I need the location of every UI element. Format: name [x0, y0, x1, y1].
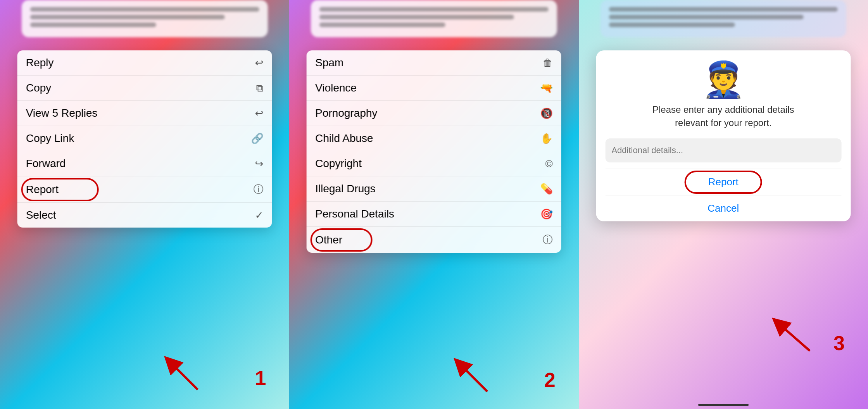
menu-item-view-replies[interactable]: View 5 Replies ↩	[17, 101, 272, 126]
panel-1: Reply ↩ Copy ⧉ View 5 Replies ↩ Copy Lin…	[0, 0, 289, 409]
copy-link-label: Copy Link	[26, 132, 74, 145]
forward-label: Forward	[26, 157, 66, 170]
modal-description: Please enter any additional detailsrelev…	[605, 103, 841, 129]
spam-label: Spam	[315, 57, 343, 69]
copyright-label: Copyright	[315, 157, 362, 170]
menu-item-reply[interactable]: Reply ↩	[17, 50, 272, 76]
cancel-btn-label: Cancel	[708, 202, 739, 214]
personal-details-icon: 🎯	[540, 208, 553, 220]
other-icon: ⓘ	[543, 233, 553, 247]
category-child-abuse[interactable]: Child Abuse ✋	[307, 126, 561, 151]
select-label: Select	[26, 209, 56, 221]
panel-2: Spam 🗑 Violence 🔫 Pornography 🔞 Child Ab…	[289, 0, 578, 409]
category-violence[interactable]: Violence 🔫	[307, 76, 561, 101]
home-indicator	[698, 404, 749, 406]
report-btn-label: Report	[708, 176, 739, 188]
police-emoji: 👮	[605, 62, 841, 97]
child-abuse-label: Child Abuse	[315, 132, 373, 145]
illegal-drugs-icon: 💊	[540, 183, 553, 195]
chat-bubble-blurred-2	[311, 0, 557, 37]
forward-icon: ↪	[255, 158, 264, 170]
category-pornography[interactable]: Pornography 🔞	[307, 101, 561, 126]
report-label: Report	[26, 183, 59, 196]
chat-bubble-blurred	[22, 0, 267, 37]
violence-label: Violence	[315, 82, 357, 94]
copy-link-icon: 🔗	[251, 133, 264, 145]
category-personal-details[interactable]: Personal Details 🎯	[307, 202, 561, 227]
category-other[interactable]: Other ⓘ	[307, 227, 561, 253]
description-text: Please enter any additional detailsrelev…	[652, 104, 794, 128]
chat-bubble-blurred-3	[601, 0, 846, 37]
illegal-drugs-label: Illegal Drugs	[315, 183, 376, 195]
menu-item-select[interactable]: Select ✓	[17, 203, 272, 228]
view-replies-icon: ↩	[255, 107, 264, 119]
category-illegal-drugs[interactable]: Illegal Drugs 💊	[307, 176, 561, 202]
violence-icon: 🔫	[540, 82, 553, 94]
report-icon: ⓘ	[254, 183, 264, 196]
pornography-label: Pornography	[315, 107, 377, 119]
cancel-button[interactable]: Cancel	[605, 195, 841, 221]
copy-icon: ⧉	[256, 82, 264, 94]
category-spam[interactable]: Spam 🗑	[307, 50, 561, 76]
panel-3: 👮 Please enter any additional detailsrel…	[579, 0, 868, 409]
report-modal: 👮 Please enter any additional detailsrel…	[596, 50, 851, 221]
report-submit-button[interactable]: Report	[605, 169, 841, 195]
personal-details-label: Personal Details	[315, 208, 394, 220]
spam-icon: 🗑	[543, 57, 553, 69]
menu-item-forward[interactable]: Forward ↪	[17, 151, 272, 176]
reply-label: Reply	[26, 57, 54, 69]
reply-icon: ↩	[255, 57, 264, 69]
report-categories-menu: Spam 🗑 Violence 🔫 Pornography 🔞 Child Ab…	[307, 50, 561, 253]
additional-details-input[interactable]	[605, 138, 841, 162]
child-abuse-icon: ✋	[540, 133, 553, 145]
category-copyright[interactable]: Copyright ©	[307, 151, 561, 176]
pornography-icon: 🔞	[540, 107, 553, 119]
copy-label: Copy	[26, 82, 51, 94]
menu-item-copy-link[interactable]: Copy Link 🔗	[17, 126, 272, 151]
context-menu: Reply ↩ Copy ⧉ View 5 Replies ↩ Copy Lin…	[17, 50, 272, 228]
copyright-icon: ©	[545, 158, 553, 170]
menu-item-copy[interactable]: Copy ⧉	[17, 76, 272, 101]
view-replies-label: View 5 Replies	[26, 107, 98, 119]
select-icon: ✓	[255, 209, 264, 221]
menu-item-report[interactable]: Report ⓘ	[17, 176, 272, 203]
other-label: Other	[315, 234, 342, 246]
